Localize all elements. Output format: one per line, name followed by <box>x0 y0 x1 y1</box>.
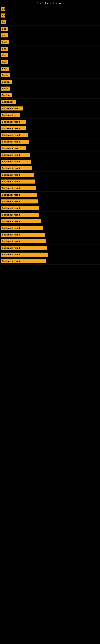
list-item: Bottlen <box>0 92 100 98</box>
list-item: Bottlen <box>0 79 100 85</box>
list-item: Bottleneck <box>0 98 100 105</box>
list-item: Bottleneck result <box>0 245 100 251</box>
list-item: Bottleneck result <box>0 218 100 225</box>
list-item: Bottle <box>0 85 100 92</box>
bottleneck-label: Bo <box>1 14 5 18</box>
bottleneck-label: Bottleneck result <box>1 206 39 210</box>
list-item: Bottle <box>0 72 100 79</box>
bottleneck-label: Bottleneck result <box>1 219 41 224</box>
list-item: Bottleneck result <box>0 172 100 178</box>
list-item: Bottleneck result <box>0 212 100 218</box>
bottleneck-label: Bottleneck resu <box>1 106 23 110</box>
bottleneck-label: Bo <box>1 7 5 11</box>
bottleneck-label: Bottleneck result <box>1 133 28 137</box>
list-item: Bottleneck result <box>0 185 100 192</box>
list-item: Bott <box>0 46 100 52</box>
bottleneck-label: Bott <box>1 34 8 38</box>
bottleneck-label: Bottleneck result <box>1 173 34 177</box>
bottleneck-label: Bottleneck result <box>1 233 45 237</box>
list-item: Bo <box>0 12 100 19</box>
bottleneck-label: Bottlen <box>1 80 12 84</box>
bottleneck-label: Bot <box>1 20 6 24</box>
list-item: Bottleneck result <box>0 251 100 258</box>
list-item: Bottleneck result <box>0 138 100 145</box>
list-item: Bottleneck result <box>0 165 100 172</box>
list-item: Bottleneck resu <box>0 105 100 112</box>
list-item: Bottleneck result <box>0 118 100 125</box>
list-item: Bottl <box>0 66 100 72</box>
list-item: Bottleneck result <box>0 198 100 205</box>
bottleneck-label: Bott <box>1 47 8 51</box>
bottleneck-label: Bottleneck result <box>1 239 47 243</box>
list-item: Bottleneck result <box>0 158 100 165</box>
bottleneck-label: Bottleneck result <box>1 180 35 184</box>
bottleneck-label: Bottleneck resu <box>1 146 26 150</box>
bottleneck-label: Bottleneck result <box>1 153 30 157</box>
list-item: Bott <box>0 32 100 39</box>
list-item: Bott <box>0 52 100 59</box>
bottleneck-label: Bottl <box>1 66 9 71</box>
bottleneck-label: Bott <box>1 27 8 31</box>
list-item: Bottleneck result <box>0 205 100 212</box>
list-item: Bottleneck result <box>0 225 100 232</box>
list-item: Bottleneck result <box>0 232 100 238</box>
list-item: Bott <box>0 26 100 32</box>
bottleneck-label: Bott <box>1 60 8 64</box>
bottleneck-label: Bottleneck result <box>1 140 29 144</box>
bottleneck-label: Bottle <box>1 86 10 90</box>
bottleneck-label: Bottleneck result <box>1 186 36 190</box>
bottleneck-label: Bottleneck result <box>1 160 31 164</box>
list-item: Bottleneck result <box>0 152 100 158</box>
bottleneck-label: Bottleneck re <box>1 113 20 117</box>
bottleneck-label: Bottleneck result <box>1 213 39 217</box>
site-title: TheBottlenecker.com <box>0 0 100 6</box>
bottleneck-label: Bottleneck result <box>1 252 48 256</box>
list-item: Bottleneck result <box>0 132 100 138</box>
list-item: Bot <box>0 19 100 26</box>
bottleneck-label: Bottlen <box>1 93 12 97</box>
list-item: Bottleneck re <box>0 112 100 118</box>
list-item: Bottleneck result <box>0 125 100 132</box>
bottleneck-label: Bott <box>1 53 8 57</box>
bottleneck-label: Bottleneck result <box>1 126 26 130</box>
bottleneck-label: Bottleneck <box>1 100 16 104</box>
bottleneck-label: Bottleneck result <box>1 200 38 204</box>
list-item: Bott <box>0 59 100 66</box>
list-item: Bottleneck result <box>0 238 100 245</box>
list-item: Bottleneck resu <box>0 145 100 152</box>
bottleneck-label: Bottleneck result <box>1 120 26 124</box>
bottleneck-label: Bottleneck result <box>1 226 43 230</box>
bottleneck-label: Bottle <box>1 73 10 77</box>
list-item: Bottleneck result <box>0 178 100 185</box>
bottleneck-label: Bottleneck result <box>1 259 46 263</box>
bottleneck-label: Bottleneck result <box>1 246 47 250</box>
list-item: Bottleneck result <box>0 192 100 198</box>
items-container: BoBoBotBottBottBottlBottBottBottBottlBot… <box>0 6 100 265</box>
bottleneck-label: Bottleneck result <box>1 166 32 170</box>
list-item: Bottleneck result <box>0 258 100 265</box>
bottleneck-label: Bottl <box>1 40 9 44</box>
bottleneck-label: Bottleneck result <box>1 193 37 197</box>
list-item: Bottl <box>0 39 100 46</box>
list-item: Bo <box>0 6 100 12</box>
